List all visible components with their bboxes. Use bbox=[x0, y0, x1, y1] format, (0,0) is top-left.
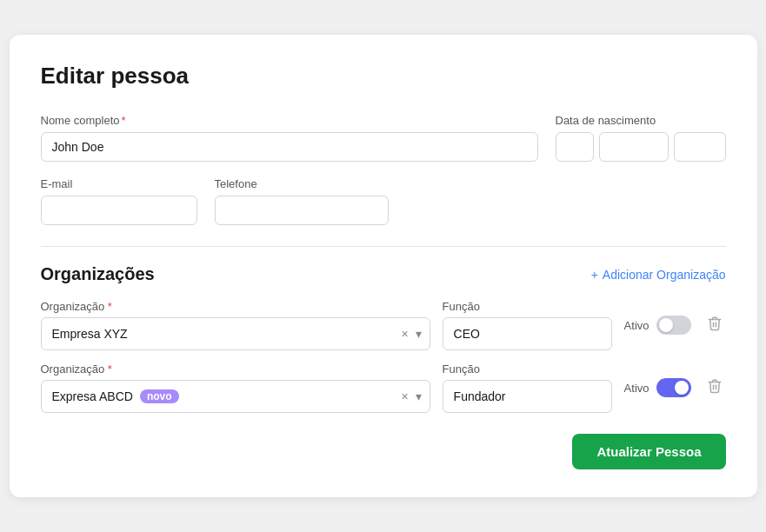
dob-group: Data de nascimento bbox=[556, 114, 726, 162]
telefone-input[interactable] bbox=[215, 196, 389, 225]
update-person-button[interactable]: Atualizar Pessoa bbox=[572, 434, 725, 469]
ativo2-group: Ativo bbox=[624, 378, 691, 397]
dob-month-input[interactable] bbox=[599, 132, 669, 162]
ativo1-toggle[interactable] bbox=[656, 316, 691, 335]
page-title: Editar pessoa bbox=[41, 63, 726, 90]
func1-input[interactable] bbox=[443, 317, 612, 350]
organizations-title: Organizações bbox=[41, 264, 155, 284]
org2-display[interactable]: Expresa ABCD novo bbox=[41, 380, 430, 413]
toggle1-thumb bbox=[659, 318, 673, 332]
dob-label: Data de nascimento bbox=[556, 114, 726, 127]
org-row: Organização * Empresa XYZ × ▾ Função bbox=[41, 300, 726, 350]
toggle2-thumb bbox=[675, 381, 689, 395]
ativo2-toggle[interactable] bbox=[656, 378, 691, 397]
nome-label: Nome completo* bbox=[41, 114, 538, 127]
chevron-down-icon: ▾ bbox=[416, 327, 422, 341]
chevron-down-icon: ▾ bbox=[416, 389, 422, 403]
delete-org2-button[interactable] bbox=[703, 375, 726, 402]
org2-clear-button[interactable]: × bbox=[399, 388, 410, 405]
ativo1-group: Ativo bbox=[624, 316, 691, 335]
footer-row: Atualizar Pessoa bbox=[41, 434, 726, 469]
email-label: E-mail bbox=[41, 177, 197, 190]
func1-label: Função bbox=[443, 300, 612, 313]
org1-group: Organização * Empresa XYZ × ▾ bbox=[41, 300, 430, 350]
dob-year-input[interactable] bbox=[674, 132, 726, 162]
phone-group: Telefone bbox=[215, 177, 389, 225]
nome-input[interactable] bbox=[41, 132, 538, 162]
func2-group: Função bbox=[443, 362, 612, 413]
email-group: E-mail bbox=[41, 177, 197, 225]
organizations-header: Organizações + Adicionar Organização bbox=[41, 264, 726, 284]
func2-input[interactable] bbox=[443, 380, 612, 413]
close-icon: × bbox=[401, 327, 408, 341]
func2-label: Função bbox=[443, 362, 612, 376]
dob-day-input[interactable] bbox=[556, 132, 594, 162]
email-input[interactable] bbox=[41, 196, 197, 225]
trash-icon bbox=[707, 316, 723, 336]
org1-clear-button[interactable]: × bbox=[399, 325, 410, 342]
org2-value: Expresa ABCD bbox=[52, 389, 133, 403]
plus-icon: + bbox=[591, 268, 598, 282]
org2-select-wrapper: Expresa ABCD novo × ▾ bbox=[41, 380, 430, 413]
org2-chevron-button[interactable]: ▾ bbox=[414, 388, 423, 405]
novo-tag: novo bbox=[140, 389, 179, 403]
section-divider bbox=[41, 246, 726, 247]
add-organization-button[interactable]: + Adicionar Organização bbox=[591, 268, 726, 282]
org2-label: Organização * bbox=[41, 362, 430, 376]
delete-org1-button[interactable] bbox=[703, 312, 726, 339]
org1-display[interactable]: Empresa XYZ bbox=[41, 317, 430, 350]
edit-person-card: Editar pessoa Nome completo* Data de nas… bbox=[10, 35, 757, 497]
org-row: Organização * Expresa ABCD novo × ▾ Fun bbox=[41, 362, 726, 413]
org1-label: Organização * bbox=[41, 300, 430, 313]
org2-group: Organização * Expresa ABCD novo × ▾ bbox=[41, 362, 430, 413]
toggle2-track bbox=[656, 378, 691, 397]
close-icon: × bbox=[401, 389, 408, 403]
org1-select-wrapper: Empresa XYZ × ▾ bbox=[41, 317, 430, 350]
toggle1-track bbox=[656, 316, 691, 335]
org1-chevron-button[interactable]: ▾ bbox=[414, 325, 423, 342]
nome-group: Nome completo* bbox=[41, 114, 538, 162]
trash-icon bbox=[707, 378, 723, 398]
org1-value: Empresa XYZ bbox=[52, 327, 128, 341]
telefone-label: Telefone bbox=[215, 177, 389, 190]
func1-group: Função bbox=[443, 300, 612, 350]
